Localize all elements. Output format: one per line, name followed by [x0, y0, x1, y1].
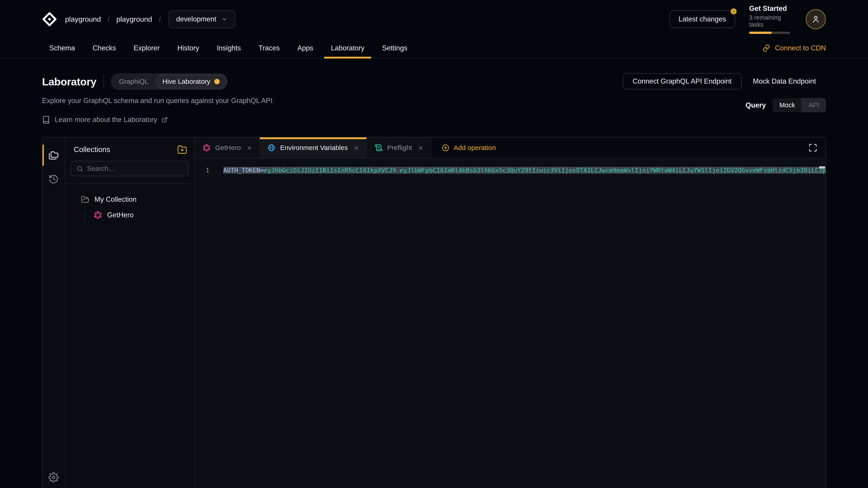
new-collection-button[interactable]	[177, 144, 187, 155]
tab-schema[interactable]: Schema	[49, 38, 75, 58]
search-box[interactable]	[71, 161, 188, 176]
tab-history[interactable]: History	[178, 38, 199, 58]
sidebar-icon-strip	[42, 137, 65, 488]
globe-icon	[268, 144, 276, 152]
status-dot	[214, 79, 220, 84]
breadcrumb-org[interactable]: playground	[65, 15, 101, 24]
tree-guide-line	[85, 211, 85, 223]
close-icon[interactable]: ×	[247, 144, 252, 152]
tab-insights[interactable]: Insights	[217, 38, 241, 58]
overview-ruler[interactable]	[819, 159, 826, 488]
tab-laboratory[interactable]: Laboratory	[331, 38, 364, 58]
endpoint-toggle: Mock API	[773, 98, 826, 112]
env-variables-editor[interactable]: 1 AUTH_TOKEN=eyJhbGciOiJIUzI1NiIsInR5cCI…	[195, 159, 826, 488]
person-icon	[811, 14, 820, 24]
get-started-widget[interactable]: Get Started 3 remaining tasks	[749, 4, 792, 34]
toggle-hive-laboratory[interactable]: Hive Laboratory	[156, 74, 227, 89]
connect-graphql-endpoint-button[interactable]: Connect GraphQL API Endpoint	[623, 73, 742, 90]
preflight-script-icon	[375, 144, 383, 152]
connect-cdn-label: Connect to CDN	[775, 44, 826, 52]
collection-folder[interactable]: My Collection	[72, 194, 188, 205]
collections-title: Collections	[74, 145, 110, 154]
progress-bar	[749, 32, 790, 34]
mock-data-endpoint-button[interactable]: Mock Data Endpoint	[743, 73, 826, 90]
main-navigation: Schema Checks Explorer History Insights …	[0, 38, 868, 58]
breadcrumb-separator: /	[159, 15, 161, 23]
tab-settings[interactable]: Settings	[382, 38, 407, 58]
search-icon	[76, 165, 84, 172]
topbar-right: Latest changes Get Started 3 remaining t…	[670, 4, 826, 34]
latest-changes-button[interactable]: Latest changes	[670, 10, 735, 28]
link-icon	[762, 44, 770, 52]
laboratory-panel: Collections My Collection	[42, 137, 826, 488]
fullscreen-button[interactable]	[800, 137, 826, 158]
search-input[interactable]	[87, 165, 183, 172]
folder-open-icon	[81, 195, 90, 204]
topbar: playground / playground / development La…	[0, 0, 868, 38]
tab-apps[interactable]: Apps	[297, 38, 313, 58]
history-panel-button[interactable]	[42, 167, 65, 191]
folder-plus-icon	[177, 144, 187, 155]
tab-bar-spacer	[506, 137, 800, 158]
operation-tab-bar: GetHero × Environment Variables × Prefli…	[195, 137, 826, 159]
code-line[interactable]: 1 AUTH_TOKEN=eyJhbGciOiJIUzI1NiIsInR5cCI…	[195, 164, 826, 176]
tab-explorer[interactable]: Explorer	[133, 38, 160, 58]
get-started-title: Get Started	[749, 4, 792, 13]
assignment-operator: =	[260, 167, 264, 174]
learn-more-link[interactable]: Learn more about the Laboratory	[42, 116, 274, 124]
latest-changes-label: Latest changes	[679, 15, 726, 23]
tab-gethero-label: GetHero	[215, 144, 241, 152]
tab-environment-variables[interactable]: Environment Variables ×	[260, 137, 367, 158]
graphql-icon	[94, 211, 102, 219]
notification-dot	[731, 8, 737, 14]
add-operation-label: Add operation	[454, 144, 496, 152]
endpoint-toggle-api[interactable]: API	[802, 98, 826, 112]
collections-panel-button[interactable]	[42, 143, 65, 167]
target-selector[interactable]: development	[168, 10, 235, 28]
history-icon	[49, 174, 59, 184]
selection-highlight: AUTH_TOKEN=eyJhbGciOiJIUzI1NiIsInR5cCI6I…	[223, 167, 826, 174]
folders-icon	[49, 150, 59, 160]
gear-icon	[49, 472, 59, 483]
endpoint-toggle-mock[interactable]: Mock	[773, 98, 802, 112]
book-icon	[42, 116, 50, 124]
page-description: Explore your GraphQL schema and run quer…	[42, 97, 274, 105]
tab-gethero[interactable]: GetHero ×	[195, 137, 260, 158]
tab-checks[interactable]: Checks	[93, 38, 116, 58]
tab-environment-variables-label: Environment Variables	[280, 144, 348, 152]
title-divider	[103, 75, 104, 88]
get-started-subtitle: 3 remaining tasks	[749, 14, 792, 28]
tab-preflight-label: Preflight	[387, 144, 412, 152]
operation-label: GetHero	[107, 211, 133, 219]
view-toggle: GraphiQL Hive Laboratory	[111, 73, 228, 90]
line-number: 1	[195, 167, 218, 174]
laboratory-header: Laboratory GraphiQL Hive Laboratory Expl…	[0, 58, 868, 124]
tab-traces[interactable]: Traces	[258, 38, 280, 58]
tab-preflight[interactable]: Preflight ×	[367, 137, 431, 158]
collection-folder-label: My Collection	[94, 195, 136, 203]
fullscreen-icon	[808, 143, 817, 152]
avatar[interactable]	[806, 9, 826, 29]
hive-logo[interactable]	[42, 12, 57, 27]
page-title: Laboratory	[42, 75, 96, 88]
external-link-icon	[162, 117, 168, 123]
scrollbar-thumb[interactable]	[819, 166, 825, 168]
env-variable-name: AUTH_TOKEN	[223, 167, 260, 174]
toggle-hive-laboratory-label: Hive Laboratory	[162, 78, 211, 86]
env-variable-value: eyJhbGciOiJIUzI1NiIsInR5cCI6IkpXVCJ9.eyJ…	[264, 167, 826, 174]
add-operation-button[interactable]: Add operation	[431, 137, 506, 158]
close-icon[interactable]: ×	[418, 144, 423, 152]
topbar-left: playground / playground / development	[42, 10, 235, 28]
target-selector-value: development	[176, 15, 216, 23]
breadcrumb: playground / playground / development	[65, 10, 235, 28]
collection-operation[interactable]: GetHero	[72, 209, 188, 221]
graphql-icon	[203, 144, 211, 152]
progress-fill	[749, 32, 772, 34]
toggle-graphiql[interactable]: GraphiQL	[112, 74, 156, 89]
laboratory-settings-button[interactable]	[42, 465, 65, 488]
collections-sidebar: Collections My Collection	[65, 137, 195, 488]
breadcrumb-project[interactable]: playground	[116, 15, 152, 24]
learn-more-label: Learn more about the Laboratory	[55, 116, 157, 124]
close-icon[interactable]: ×	[354, 144, 359, 152]
connect-cdn-link[interactable]: Connect to CDN	[762, 38, 826, 58]
